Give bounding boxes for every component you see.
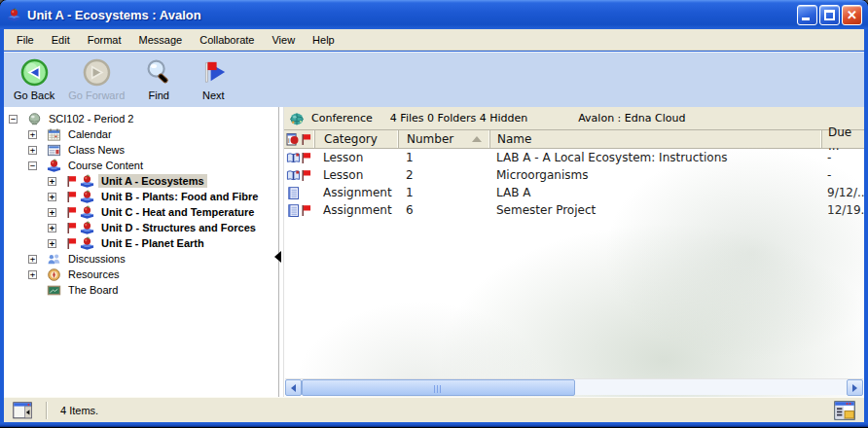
file-list-body: Lesson1LAB A - A Local Ecosystem: Instru… [284, 149, 864, 219]
tree-item-discussions[interactable]: +Discussions [4, 251, 278, 267]
collapse-toggle-icon[interactable]: − [9, 115, 18, 124]
tree-item-unit-b-plants-food-and-fibre[interactable]: +Unit B - Plants: Food and Fibre [4, 189, 278, 204]
toolbar-button-label: Find [149, 89, 169, 101]
tree-item-resources[interactable]: +Resources [4, 267, 278, 282]
watermark [440, 224, 864, 397]
window-title: Unit A - Ecosystems : Avalon [27, 8, 797, 22]
conference-label: Conference [311, 112, 373, 125]
tree-item-unit-a-ecosystems[interactable]: +Unit A - Ecosystems [4, 173, 278, 189]
conference-location: Avalon : Edna Cloud [578, 112, 685, 125]
tree-item-unit-d-structures-and-forces[interactable]: +Unit D - Structures and Forces [4, 220, 278, 235]
main-area: −SCI102 - Period 2+Calendar+Class News−C… [4, 107, 864, 397]
toolbar: Go BackGo ForwardFindNext [4, 52, 864, 107]
menu-edit[interactable]: Edit [43, 30, 79, 50]
tree-item-course-content[interactable]: −Course Content [4, 158, 278, 173]
expand-toggle-icon[interactable]: + [28, 255, 37, 264]
status-bar: 4 Items. [4, 397, 864, 422]
table-row-microorganisms[interactable]: Lesson2Microorganisms- [284, 166, 864, 184]
tree-item-label: Unit A - Ecosystems [98, 174, 207, 188]
item-type-column-icon: i [286, 132, 299, 146]
tree-item-label: The Board [65, 283, 121, 297]
apple-book-icon [79, 174, 94, 189]
close-button[interactable]: ✕ [842, 5, 862, 25]
go-forward-icon [81, 56, 112, 88]
tree-item-label: Course Content [65, 159, 146, 172]
flag-icon [65, 175, 78, 188]
maximize-button[interactable] [819, 5, 840, 25]
scroll-right-button[interactable] [847, 379, 863, 396]
tree-item-label: Unit C - Heat and Temperature [98, 205, 258, 219]
menu-file[interactable]: File [8, 30, 43, 50]
application-window: Unit A - Ecosystems : Avalon ✕ FileEditF… [0, 0, 868, 428]
icon-columns-header[interactable]: i [284, 130, 314, 148]
flag-icon [301, 201, 314, 219]
toolbar-button-label: Go Back [14, 89, 54, 101]
tree-item-unit-e-planet-earth[interactable]: +Unit E - Planet Earth [4, 235, 278, 251]
table-row-semester-project[interactable]: Assignment6Semester Project12/19... [284, 201, 864, 219]
number-cell: 1 [398, 149, 489, 166]
minimize-button[interactable] [797, 5, 817, 25]
news-icon [46, 143, 61, 158]
split-view-icon[interactable] [13, 402, 33, 419]
expand-toggle-icon[interactable]: + [28, 146, 37, 155]
name-cell: Microorganisms [489, 166, 821, 184]
expand-toggle-icon[interactable]: + [48, 177, 56, 186]
tree-item-label: Resources [65, 268, 123, 281]
menu-collaborate[interactable]: Collaborate [191, 30, 263, 50]
title-bar[interactable]: Unit A - Ecosystems : Avalon ✕ [0, 0, 868, 29]
discussions-icon [46, 252, 61, 267]
expand-toggle-icon[interactable]: + [48, 224, 56, 232]
column-due[interactable]: Due ... [821, 130, 864, 148]
flag-icon [65, 191, 78, 203]
splitter-collapse-arrow[interactable] [274, 251, 281, 263]
scroll-left-button[interactable] [285, 379, 302, 396]
horizontal-scrollbar[interactable] [285, 378, 863, 395]
find-button[interactable]: Find [138, 56, 179, 101]
column-category[interactable]: Category [314, 130, 398, 148]
go-back-button[interactable]: Go Back [14, 56, 54, 101]
calendar-icon [46, 127, 61, 142]
flag-icon [65, 237, 78, 250]
expand-toggle-icon[interactable]: + [48, 239, 56, 248]
next-button[interactable]: Next [193, 56, 234, 101]
table-row-lab-a-a-local-ecosystem-instructions[interactable]: Lesson1LAB A - A Local Ecosystem: Instru… [284, 149, 864, 166]
menu-message[interactable]: Message [130, 30, 192, 50]
table-row-lab-a[interactable]: Assignment1LAB A9/12/... [284, 184, 864, 201]
expand-toggle-icon[interactable]: + [28, 130, 37, 139]
collapse-toggle-icon[interactable]: − [28, 161, 37, 170]
expand-toggle-icon[interactable]: + [28, 270, 37, 279]
scrollbar-thumb[interactable] [302, 379, 575, 396]
tree-item-label: SCI102 - Period 2 [46, 112, 136, 125]
tree-item-calendar[interactable]: +Calendar [4, 126, 278, 142]
flag-icon [301, 149, 314, 166]
app-icon [7, 8, 21, 22]
lesson-book-icon [284, 166, 301, 184]
menu-help[interactable]: Help [304, 30, 344, 50]
tree-item-sci102-period-2[interactable]: −SCI102 - Period 2 [4, 111, 278, 126]
scrollbar-grip [434, 385, 443, 393]
tree-item-class-news[interactable]: +Class News [4, 142, 278, 158]
apple-book-icon [79, 236, 94, 251]
menu-format[interactable]: Format [79, 30, 130, 50]
board-icon [46, 283, 61, 298]
due-date-cell: 12/19... [821, 201, 864, 219]
tree-item-the-board[interactable]: +The Board [4, 282, 278, 298]
tree-item-label: Calendar [65, 127, 115, 141]
number-cell: 2 [398, 166, 489, 184]
minimize-icon [802, 18, 810, 20]
expand-toggle-icon[interactable]: + [48, 193, 56, 201]
find-icon [143, 56, 174, 88]
view-layout-icon[interactable] [834, 401, 855, 420]
tree-item-unit-c-heat-and-temperature[interactable]: +Unit C - Heat and Temperature [4, 204, 278, 220]
apple-book-icon [79, 190, 94, 204]
scrollbar-track[interactable] [302, 379, 847, 395]
category-cell: Lesson [314, 166, 398, 184]
menu-view[interactable]: View [263, 30, 304, 50]
column-name[interactable]: Name [489, 130, 821, 148]
expand-toggle-icon[interactable]: + [48, 208, 56, 217]
column-number[interactable]: Number [398, 130, 489, 148]
maximize-icon [824, 10, 835, 20]
go-forward-button: Go Forward [68, 56, 125, 101]
close-icon: ✕ [843, 6, 861, 24]
resources-icon [46, 268, 61, 282]
